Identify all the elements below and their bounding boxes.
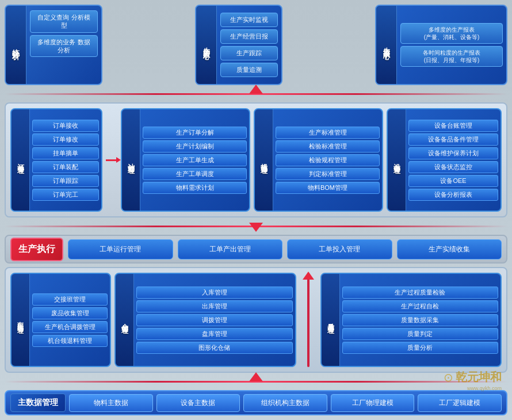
stat-content: 自定义查询 分析模型 多维度的业务 数据分析	[26, 6, 101, 84]
storage-item-4: 盘库管理	[136, 328, 293, 340]
workshop-label: 车间现场管理	[12, 274, 30, 366]
control-label: 生产管控中心	[196, 6, 217, 84]
norm-label: 规范管理	[255, 109, 273, 211]
report-box: 生产报表中心 多维度的生产报表(产量、消耗、设备等) 各时间粒度的生产报表(日报…	[375, 5, 507, 85]
storage-vertical-label: 仓储管理	[120, 318, 129, 322]
equip-item-4: 设备状态监控	[408, 161, 498, 173]
plan-item-1: 生产订单分解	[143, 127, 247, 139]
quality-item-2: 生产过程自检	[342, 300, 499, 312]
control-item-3: 生产跟踪	[220, 46, 278, 60]
order-plan-arrow	[106, 108, 117, 212]
quality-vertical-label: 质量管理	[326, 318, 335, 322]
plan-label: 计划管理	[122, 109, 140, 211]
equip-item-1: 设备台账管理	[408, 120, 498, 132]
storage-label: 仓储管理	[116, 274, 134, 366]
equip-box: 设备管理 设备台账管理 设备备品备件管理 设备维护保养计划 设备状态监控 设备O…	[387, 108, 502, 212]
report-content: 多维度的生产报表(产量、消耗、设备等) 各时间粒度的生产报表(日报、月报、年报等…	[397, 6, 506, 84]
quality-box: 质量管理 生产过程质量检验 生产过程自检 质量数据采集 质量判定 质量分析	[320, 273, 502, 367]
order-item-5: 订单跟踪	[32, 175, 99, 187]
order-label: 订单管理	[12, 109, 30, 211]
storage-box: 仓储管理 入库管理 出库管理 调拨管理 盘库管理 图形化仓储	[114, 273, 296, 367]
storage-items: 入库管理 出库管理 调拨管理 盘库管理 图形化仓储	[134, 274, 295, 366]
workshop-vertical-label: 车间现场管理	[16, 316, 25, 323]
plan-box: 计划管理 生产订单分解 生产计划编制 生产工单生成 生产工单调度 物料需求计划	[121, 108, 250, 212]
norm-item-3: 检验规程管理	[276, 154, 380, 166]
plan-item-3: 生产工单生成	[143, 154, 247, 166]
report-vertical-label: 生产报表中心	[381, 41, 391, 48]
bottom-mgmt: 车间现场管理 交接班管理 废品收集管理 生产机合调拨管理 机台领退料管理 仓储管…	[5, 267, 507, 373]
exec-item-1: 工单运行管理	[68, 239, 173, 259]
norm-box: 规范管理 生产标准管理 检验标准管理 检验规程管理 判定标准管理 物料BOM管理	[254, 108, 383, 212]
quality-item-1: 生产过程质量检验	[342, 287, 499, 299]
quality-item-4: 质量判定	[342, 328, 499, 340]
master-item-3: 组织机构主数据	[243, 394, 327, 412]
stat-analysis-box: 统计分析 自定义查询 分析模型 多维度的业务 数据分析	[5, 5, 102, 85]
norm-item-4: 判定标准管理	[276, 168, 380, 180]
equip-item-6: 设备分析报表	[408, 189, 498, 201]
control-item-2: 生产经营日报	[220, 29, 278, 44]
control-item-1: 生产实时监视	[220, 13, 278, 27]
equip-items: 设备台账管理 设备备品备件管理 设备维护保养计划 设备状态监控 设备OEE 设备…	[406, 109, 500, 211]
order-vertical-label: 订单管理	[16, 158, 25, 162]
top-section: 统计分析 自定义查询 分析模型 多维度的业务 数据分析 生产管控中心 生产实时监…	[5, 5, 507, 85]
order-item-1: 订单接收	[32, 120, 99, 132]
norm-items: 生产标准管理 检验标准管理 检验规程管理 判定标准管理 物料BOM管理	[273, 109, 382, 211]
norm-vertical-label: 规范管理	[259, 158, 269, 162]
equip-item-5: 设备OEE	[408, 175, 498, 187]
order-item-6: 订单完工	[32, 189, 99, 201]
arrow-separator-2	[5, 221, 507, 231]
quality-item-5: 质量分析	[342, 342, 499, 354]
exec-item-2: 工单产出管理	[178, 239, 283, 259]
order-item-2: 订单修改	[32, 133, 99, 146]
stat-label: 统计分析	[6, 6, 26, 84]
report-label: 生产报表中心	[376, 6, 397, 84]
report-item-1: 多维度的生产报表(产量、消耗、设备等)	[400, 23, 503, 44]
order-box: 订单管理 订单接收 订单修改 挂单摘单 订单装配 订单跟踪 订单完工	[10, 108, 102, 212]
master-item-5: 工厂逻辑建模	[418, 394, 502, 412]
workshop-item-3: 生产机合调拨管理	[32, 321, 108, 333]
master-item-1: 物料主数据	[69, 394, 153, 412]
master-bar: 主数据管理 物料主数据 设备主数据 组织机构主数据 工厂物理建模 工厂逻辑建模	[5, 390, 507, 415]
storage-item-1: 入库管理	[136, 287, 293, 299]
workshop-box: 车间现场管理 交接班管理 废品收集管理 生产机合调拨管理 机台领退料管理	[10, 273, 111, 367]
storage-item-5: 图形化仓储	[136, 342, 293, 354]
control-item-4: 质量追溯	[220, 63, 278, 77]
control-items: 生产实时监视 生产经营日报 生产跟踪 质量追溯	[217, 6, 282, 84]
equip-item-2: 设备备品备件管理	[408, 133, 498, 146]
norm-item-2: 检验标准管理	[276, 140, 380, 152]
top-spacer-right	[286, 5, 372, 85]
workshop-items: 交接班管理 废品收集管理 生产机合调拨管理 机台领退料管理	[30, 274, 110, 366]
master-item-4: 工厂物理建模	[331, 394, 415, 412]
exec-label: 生产执行	[10, 238, 63, 261]
plan-vertical-label: 计划管理	[126, 158, 136, 162]
storage-item-2: 出库管理	[136, 300, 293, 312]
equip-item-3: 设备维护保养计划	[408, 147, 498, 159]
storage-item-3: 调拨管理	[136, 314, 293, 326]
workshop-item-2: 废品收集管理	[32, 307, 108, 319]
quality-item-3: 质量数据采集	[342, 314, 499, 326]
top-spacer-left	[106, 5, 192, 85]
report-item-2: 各时间粒度的生产报表(日报、月报、年报等)	[400, 46, 503, 67]
stat-item-2: 多维度的业务 数据分析	[30, 35, 98, 58]
workshop-item-1: 交接班管理	[32, 293, 108, 306]
workshop-item-4: 机台领退料管理	[32, 335, 108, 347]
equip-label: 设备管理	[388, 109, 406, 211]
plan-item-5: 物料需求计划	[143, 182, 247, 194]
arrow-separator-1	[5, 89, 507, 99]
bottom-arrow	[300, 273, 317, 367]
master-label: 主数据管理	[10, 394, 66, 412]
order-items: 订单接收 订单修改 挂单摘单 订单装配 订单跟踪 订单完工	[30, 109, 101, 211]
stat-item-1: 自定义查询 分析模型	[30, 10, 98, 33]
control-vertical-label: 生产管控中心	[201, 41, 211, 48]
stat-vertical-label: 统计分析	[11, 43, 21, 47]
exec-item-4: 生产实绩收集	[397, 239, 502, 259]
arrow-separator-3	[5, 376, 507, 387]
master-item-2: 设备主数据	[156, 394, 240, 412]
exec-item-3: 工单投入管理	[287, 239, 392, 259]
mgmt-section: 订单管理 订单接收 订单修改 挂单摘单 订单装配 订单跟踪 订单完工 计划管理	[5, 102, 507, 217]
order-item-4: 订单装配	[32, 161, 99, 173]
plan-items: 生产订单分解 生产计划编制 生产工单生成 生产工单调度 物料需求计划	[140, 109, 249, 211]
norm-item-1: 生产标准管理	[276, 127, 380, 139]
quality-label: 质量管理	[322, 274, 340, 366]
plan-item-2: 生产计划编制	[143, 140, 247, 152]
